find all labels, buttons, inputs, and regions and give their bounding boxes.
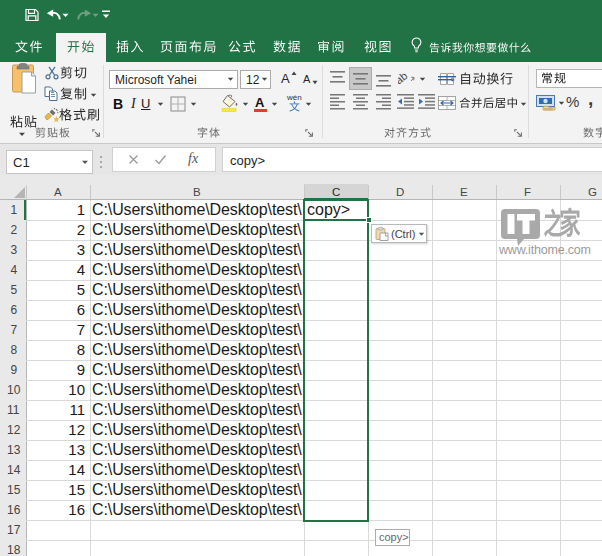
svg-text:ab: ab bbox=[398, 71, 410, 86]
